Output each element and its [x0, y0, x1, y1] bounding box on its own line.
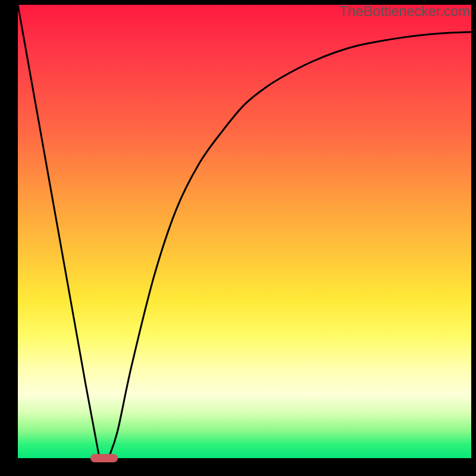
bottleneck-curve [18, 5, 471, 458]
plot-area [18, 5, 471, 458]
optimal-range-marker [90, 454, 118, 462]
watermark-text: TheBottlenecker.com [339, 3, 470, 20]
chart-frame: TheBottlenecker.com [0, 0, 476, 476]
curve-layer [18, 5, 471, 458]
